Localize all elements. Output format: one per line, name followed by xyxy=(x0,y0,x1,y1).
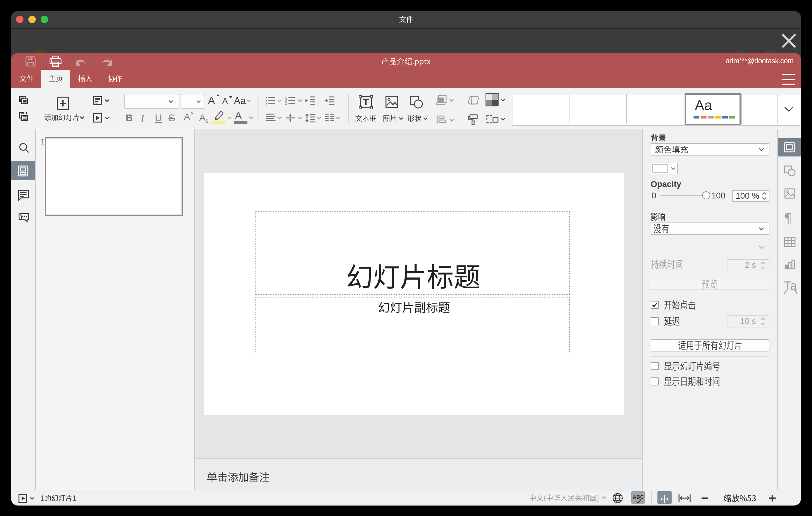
svg-text:3: 3 xyxy=(285,102,287,105)
